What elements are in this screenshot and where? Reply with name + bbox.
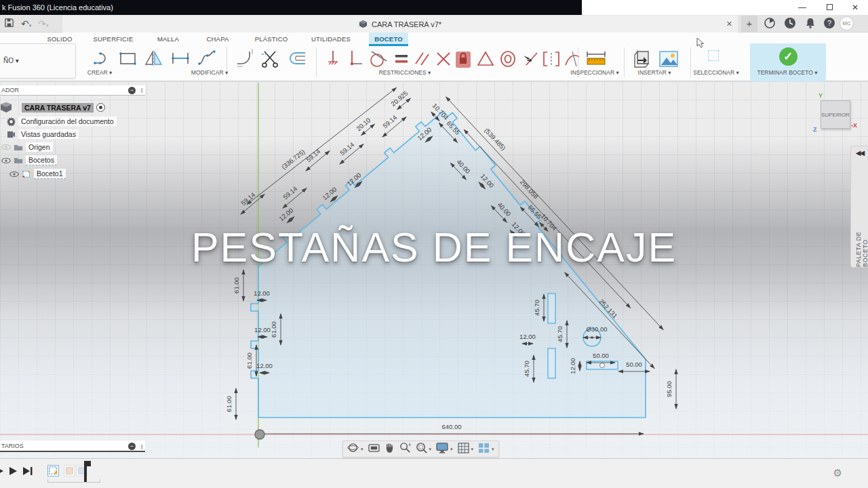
play-icon[interactable]	[0, 466, 3, 478]
constraint-concentric-icon[interactable]	[498, 49, 518, 72]
viewcube-axis-z: Z	[813, 126, 817, 133]
design-dropdown[interactable]: ÑO ▾	[0, 43, 76, 79]
dropdown-arrow-icon[interactable]: ▾	[450, 447, 453, 452]
display-settings-icon[interactable]	[436, 443, 448, 456]
tab-malla[interactable]: MALLA	[146, 33, 190, 46]
constraint-parallel-icon[interactable]	[412, 49, 431, 72]
activate-component-radio[interactable]	[96, 103, 105, 112]
look-at-icon[interactable]	[368, 443, 380, 455]
timeline-feature-sketch[interactable]	[47, 465, 59, 476]
tab-superficie[interactable]: SUPERFICIE	[88, 33, 138, 46]
item-label: Vistas guardadas	[18, 129, 79, 139]
browser-header[interactable]: ADOR − ‖	[0, 85, 145, 96]
panel-grip-icon[interactable]: ‖	[140, 442, 143, 453]
tab-utilidades[interactable]: UTILIDADES	[308, 33, 354, 46]
group-label-crear[interactable]: CREAR ▾	[87, 69, 112, 76]
group-separator	[690, 47, 691, 77]
group-label-modificar[interactable]: MODIFICAR ▾	[191, 69, 228, 76]
new-tab-button[interactable]: +	[741, 16, 757, 33]
constraint-equal-icon[interactable]	[393, 49, 410, 72]
minimize-button[interactable]: —	[791, 0, 814, 15]
insert-image-icon[interactable]	[658, 49, 679, 72]
folder-icon	[14, 157, 23, 164]
grid-snap-icon[interactable]	[458, 443, 469, 456]
pan-hand-icon[interactable]	[384, 443, 395, 456]
panel-minimize-icon[interactable]: −	[128, 87, 136, 94]
constraint-perpendicular-icon[interactable]	[434, 49, 453, 72]
zoom-icon[interactable]: ±	[399, 442, 411, 456]
browser-item-saved-views[interactable]: Vistas guardadas	[0, 129, 145, 139]
dropdown-arrow-icon[interactable]: ▾	[429, 447, 432, 452]
timeline-playback-controls	[0, 466, 33, 478]
constraint-point-on-curve-icon[interactable]	[521, 49, 540, 72]
component-cube-icon	[0, 102, 19, 113]
modify-offset-icon[interactable]	[288, 49, 309, 70]
constraint-coincident-icon[interactable]	[347, 49, 364, 72]
browser-item-sketch1[interactable]: Boceto1	[0, 169, 145, 179]
panel-grip-icon[interactable]: ‖	[140, 86, 143, 96]
group-label-seleccionar[interactable]: SELECCIONAR ▾	[693, 69, 739, 76]
constraint-vertical-horizontal-icon[interactable]	[324, 49, 342, 72]
tab-boceto-active[interactable]: BOCETO	[369, 33, 408, 46]
viewports-icon[interactable]	[478, 443, 490, 456]
panel-minimize-icon[interactable]: −	[128, 443, 136, 450]
constraint-tangent-icon[interactable]	[369, 49, 388, 72]
close-button[interactable]: ✕	[844, 0, 867, 15]
modify-trim-scissors-icon[interactable]	[260, 49, 281, 70]
create-rectangle-icon[interactable]	[118, 49, 138, 70]
constraint-polygon-icon[interactable]	[476, 49, 495, 72]
svg-text:?: ?	[827, 19, 831, 27]
item-label: Bocetos	[26, 155, 57, 165]
job-status-clock-icon[interactable]	[784, 17, 797, 30]
insert-derive-icon[interactable]	[632, 49, 652, 72]
tab-close-icon[interactable]: ✕	[726, 20, 732, 28]
group-label-restricciones[interactable]: RESTRICCIONES ▾	[379, 69, 431, 76]
save-icon[interactable]	[4, 18, 14, 30]
redo-icon[interactable]: ↷▾	[38, 18, 48, 29]
timeline-feature-2[interactable]	[64, 465, 75, 476]
collapse-chevrons-icon[interactable]: ◀◀	[851, 149, 868, 157]
application-bar: ↶▾ ↷▾ CARA TRASERA v7* ✕ + ? MC	[0, 15, 868, 33]
ribbon-toolbar: SOLIDO SUPERFICIE MALLA CHAPA PLÁSTICO U…	[0, 33, 868, 81]
inspect-measure-icon[interactable]	[585, 49, 608, 72]
browser-item-document-settings[interactable]: Configuración del documento	[0, 117, 145, 126]
browser-root-node[interactable]: CARA TRASERA v7	[0, 102, 145, 113]
zoom-window-icon[interactable]	[416, 442, 427, 456]
dropdown-arrow-icon[interactable]: ▾	[492, 447, 494, 452]
create-spline-icon[interactable]	[197, 49, 217, 70]
create-mirror-icon[interactable]	[144, 49, 164, 70]
comments-panel-header[interactable]: TARIOS − ‖	[0, 441, 145, 452]
group-label-terminar[interactable]: TERMINAR BOCETO ▾	[757, 69, 817, 76]
help-icon[interactable]: ?	[823, 17, 837, 30]
undo-icon[interactable]: ↶▾	[21, 18, 31, 29]
tab-plastico[interactable]: PLÁSTICO	[248, 33, 294, 46]
browser-item-origin[interactable]: Origen	[0, 142, 145, 152]
viewcube[interactable]: SUPERIOR Y Z -X	[816, 92, 858, 134]
skip-to-end-icon[interactable]	[23, 466, 33, 478]
timeline-settings-gear-icon[interactable]: ⚙	[833, 467, 842, 479]
constraint-symmetry-icon[interactable]	[541, 49, 561, 72]
group-label-insertar[interactable]: INSERTAR ▾	[638, 69, 671, 76]
constraint-fix-lock-icon[interactable]	[453, 49, 473, 72]
modify-fillet-icon[interactable]	[235, 49, 255, 70]
sketch-palette-strip[interactable]: ◀◀ PALETA DE BOCETO	[850, 146, 868, 268]
group-label-inspeccionar[interactable]: INSPECCIONAR ▾	[570, 69, 618, 76]
extensions-icon[interactable]	[764, 17, 777, 30]
create-dimension-icon[interactable]	[170, 49, 191, 70]
tab-chapa[interactable]: CHAPA	[197, 33, 239, 46]
timeline-playhead[interactable]	[81, 460, 92, 486]
dropdown-arrow-icon[interactable]: ▾	[471, 447, 474, 452]
browser-item-sketches-folder[interactable]: Bocetos	[0, 155, 145, 165]
user-avatar[interactable]: MC	[840, 16, 854, 30]
orbit-icon[interactable]	[347, 442, 359, 456]
dropdown-arrow-icon[interactable]: ▾	[361, 447, 363, 452]
maximize-button[interactable]	[818, 0, 841, 15]
constraint-curvature-icon[interactable]	[563, 49, 582, 72]
step-forward-icon[interactable]	[9, 466, 17, 478]
group-separator	[316, 47, 317, 77]
create-line-arc-icon[interactable]	[92, 49, 113, 70]
notifications-bell-icon[interactable]	[804, 17, 818, 30]
viewcube-face[interactable]: SUPERIOR	[821, 100, 850, 129]
document-cube-icon	[359, 20, 368, 28]
document-tab[interactable]: CARA TRASERA v7* ✕	[62, 16, 738, 33]
